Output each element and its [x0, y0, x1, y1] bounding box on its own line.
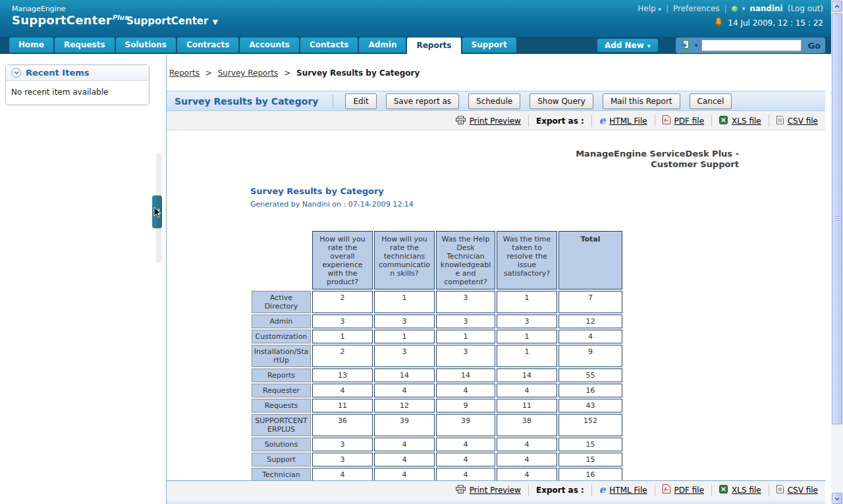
csv-file-link[interactable]: CSV file	[788, 116, 818, 126]
report-body: ManageEngine ServiceDesk Plus - Customer…	[167, 131, 825, 478]
print-preview-section: Print Preview	[449, 115, 528, 127]
row-label: Solutions	[252, 438, 311, 451]
data-cell: 11	[312, 399, 373, 413]
html-file-link[interactable]: HTML File	[609, 116, 647, 126]
tab-contracts[interactable]: Contracts	[177, 38, 238, 53]
add-new-button[interactable]: Add New▾	[597, 39, 658, 52]
edit-button[interactable]: Edit	[345, 93, 376, 109]
scroll-up-button[interactable]	[832, 1, 842, 12]
table-row: Installation/StartUp23319	[252, 345, 622, 367]
pdf-icon	[663, 115, 670, 126]
print-preview-link[interactable]: Print Preview	[470, 116, 521, 126]
data-cell: 4	[312, 384, 373, 397]
export-as-label: Export as :	[536, 116, 584, 126]
csv-file-section: CSV file	[769, 484, 825, 496]
csv-icon	[776, 485, 784, 495]
xls-file-link[interactable]: XLS file	[732, 486, 761, 495]
data-cell: 12	[374, 399, 435, 413]
data-cell: 4	[374, 438, 435, 451]
tab-requests[interactable]: Requests	[55, 38, 115, 53]
column-header: How will you rate the technicians commun…	[374, 231, 435, 290]
vertical-scrollbar[interactable]	[831, 0, 843, 504]
breadcrumb-link[interactable]: Reports	[169, 68, 200, 78]
pdf-file-link[interactable]: PDF file	[674, 486, 704, 495]
recent-items-header[interactable]: Recent Items	[6, 65, 149, 81]
bottom-gradient-strip	[167, 499, 825, 504]
report-generated-line: Generated by Nandini on : 07-14-2009 12:…	[250, 200, 414, 209]
scrollbar-grip	[835, 216, 840, 222]
top-header-bar: ManageEngine SupportCenterPlus SupportCe…	[0, 0, 843, 37]
search-input[interactable]	[701, 39, 802, 51]
tab-home[interactable]: Home	[9, 38, 53, 53]
table-corner-cell	[252, 231, 311, 290]
datetime-row: 14 Jul 2009, 12 : 15 : 22	[714, 17, 823, 28]
html-file-link[interactable]: HTML File	[609, 486, 647, 495]
mail-this-report-button[interactable]: Mail this Report	[603, 93, 680, 109]
preferences-link[interactable]: Preferences	[673, 4, 720, 13]
help-menu[interactable]: Help ▾	[638, 4, 661, 13]
go-button[interactable]: Go	[807, 41, 821, 51]
recent-items-title: Recent Items	[26, 68, 90, 78]
data-cell: 152	[558, 414, 622, 436]
data-cell: 4	[312, 468, 373, 482]
tab-contacts[interactable]: Contacts	[300, 38, 358, 53]
logged-in-user[interactable]: nandini	[749, 4, 783, 13]
presence-status-icon[interactable]	[732, 6, 738, 12]
user-links-row: Help ▾ | Preferences | ▾ nandini (Log ou…	[638, 4, 823, 13]
save-report-as-button[interactable]: Save report as	[386, 93, 459, 109]
data-cell: 16	[558, 384, 622, 397]
printer-icon	[456, 485, 466, 495]
table-row: Reports1314141455	[252, 368, 622, 382]
data-cell: 3	[436, 345, 495, 367]
data-cell: 3	[312, 453, 373, 466]
breadcrumb-link[interactable]: Survey Reports	[218, 68, 279, 78]
data-cell: 3	[497, 315, 557, 328]
pdf-file-link[interactable]: PDF file	[674, 116, 704, 126]
scroll-down-button[interactable]	[832, 493, 842, 504]
data-cell: 4	[497, 384, 557, 397]
tab-accounts[interactable]: Accounts	[240, 38, 299, 53]
print-preview-link[interactable]: Print Preview	[470, 486, 521, 495]
collapse-chevron-icon[interactable]	[11, 68, 21, 78]
data-cell: 1	[497, 330, 557, 343]
table-row: Admin333312	[252, 315, 622, 328]
search-scope-icon[interactable]	[680, 39, 691, 52]
data-cell: 2	[312, 345, 373, 367]
tab-solutions[interactable]: Solutions	[116, 38, 176, 53]
organization-name: ManageEngine ServiceDesk Plus - Customer…	[576, 149, 739, 170]
search-group: ▾ Go	[676, 38, 825, 53]
splitter-hatch	[157, 168, 161, 188]
data-cell: 4	[497, 468, 557, 482]
chevron-down-icon[interactable]: ▾	[742, 5, 746, 12]
brand-small: ManageEngine	[12, 5, 128, 13]
product-selector[interactable]: SupportCenter▼	[126, 15, 218, 27]
scrollbar-thumb[interactable]	[832, 13, 842, 424]
brand-main: SupportCenterPlus	[12, 13, 128, 27]
xls-file-section: XLS file	[711, 484, 769, 496]
data-cell: 36	[312, 414, 373, 436]
csv-file-link[interactable]: CSV file	[788, 486, 818, 495]
logout-link[interactable]: (Log out)	[788, 4, 823, 13]
row-label: Requester	[252, 384, 311, 397]
xls-file-link[interactable]: XLS file	[732, 116, 761, 126]
divider: |	[666, 4, 668, 13]
table-row: SUPPORTCENTERPLUS36393938152	[252, 414, 622, 436]
column-header: Total	[558, 231, 622, 290]
xls-icon	[719, 485, 728, 495]
show-query-button[interactable]: Show Query	[530, 93, 593, 109]
cancel-button[interactable]: Cancel	[690, 93, 732, 109]
chevron-down-icon[interactable]: ▾	[695, 42, 698, 49]
report-title: Survey Results by Category	[250, 186, 384, 196]
tab-reports[interactable]: Reports	[407, 38, 460, 54]
html-file-section: eHTML File	[591, 484, 655, 496]
data-cell: 4	[374, 384, 435, 397]
table-row: Support344415	[252, 453, 622, 466]
data-cell: 39	[436, 414, 495, 436]
column-header: Was the time taken to resolve the issue …	[497, 231, 557, 290]
tab-admin[interactable]: Admin	[359, 38, 406, 53]
alarm-bell-icon[interactable]	[714, 17, 723, 28]
current-datetime: 14 Jul 2009, 12 : 15 : 22	[728, 18, 823, 28]
data-cell: 15	[558, 453, 622, 466]
schedule-button[interactable]: Schedule	[468, 93, 520, 109]
tab-support[interactable]: Support	[462, 38, 516, 53]
